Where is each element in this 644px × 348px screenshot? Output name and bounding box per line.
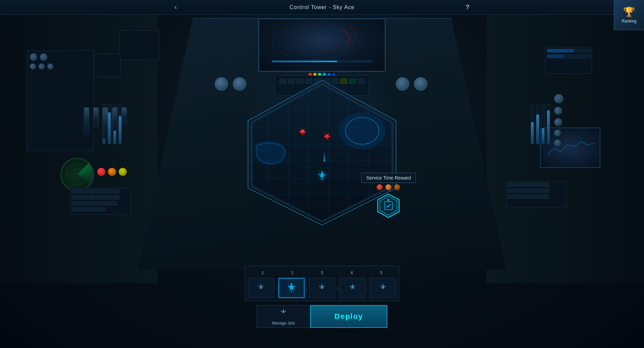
knob[interactable] — [554, 118, 562, 126]
red-button[interactable] — [97, 168, 105, 176]
slider[interactable] — [541, 104, 545, 144]
knob[interactable] — [554, 94, 564, 103]
key[interactable] — [72, 207, 105, 211]
enemy-plane-icon — [298, 126, 308, 136]
key[interactable] — [84, 195, 89, 199]
key[interactable] — [72, 195, 77, 199]
enemy-plane-2 — [322, 128, 332, 141]
key[interactable] — [84, 189, 89, 193]
knob[interactable] — [30, 53, 37, 61]
slider[interactable] — [536, 104, 539, 144]
svg-rect-3 — [547, 55, 564, 58]
slider[interactable] — [531, 104, 534, 144]
key[interactable] — [102, 189, 107, 193]
manage-jets-label: Manage Jets — [272, 321, 295, 326]
display-content — [545, 47, 592, 73]
big-dial[interactable] — [414, 77, 427, 91]
orange-button[interactable] — [108, 168, 116, 176]
radar-display — [60, 158, 94, 191]
squad-arrow: › — [336, 285, 338, 291]
slider[interactable] — [547, 104, 550, 144]
cylinder — [112, 107, 117, 131]
key[interactable] — [104, 201, 117, 205]
key[interactable] — [72, 201, 85, 205]
manage-jets-button[interactable]: Manage Jets — [257, 305, 310, 328]
monitor-map-svg — [259, 19, 385, 71]
key[interactable] — [526, 189, 531, 193]
key[interactable] — [86, 201, 91, 205]
squad-arrow: › — [367, 285, 369, 291]
squad-jets-row: › › › › — [248, 278, 396, 298]
jet-icon — [255, 282, 267, 294]
key[interactable] — [532, 183, 537, 187]
knob[interactable] — [39, 63, 45, 69]
ranking-button[interactable]: 🏆 Ranking — [614, 0, 644, 30]
svg-marker-50 — [290, 283, 293, 290]
squad-num-2: 2 — [279, 270, 306, 275]
cylinder — [103, 107, 108, 139]
knob[interactable] — [554, 140, 561, 146]
key[interactable] — [520, 189, 525, 193]
key[interactable] — [508, 195, 528, 199]
player-plane — [316, 170, 328, 185]
key[interactable] — [514, 183, 519, 187]
key-row — [507, 188, 567, 194]
squad-number-row: 1 2 3 4 5 — [248, 269, 396, 277]
key[interactable] — [98, 201, 103, 205]
reward-tooltip: Service Time Reward — [361, 173, 416, 219]
key[interactable] — [529, 195, 549, 199]
squad-selector: 1 2 3 4 5 › › — [245, 266, 399, 301]
key[interactable] — [544, 183, 549, 187]
key-row — [71, 188, 130, 194]
trophy-icon: 🏆 — [623, 6, 635, 17]
squad-jet-4[interactable] — [339, 278, 366, 298]
radar-ring — [71, 169, 83, 180]
knob[interactable] — [554, 107, 562, 115]
key[interactable] — [108, 195, 113, 199]
key[interactable] — [532, 189, 537, 193]
svg-marker-57 — [351, 283, 354, 289]
squad-jet-2[interactable] — [278, 278, 305, 298]
key[interactable] — [72, 189, 77, 193]
svg-point-29 — [339, 112, 386, 149]
yellow-button[interactable] — [119, 168, 127, 176]
key[interactable] — [102, 195, 107, 199]
knob[interactable] — [47, 63, 53, 69]
key[interactable] — [114, 189, 119, 193]
key[interactable] — [96, 195, 101, 199]
key[interactable] — [92, 201, 97, 205]
key[interactable] — [96, 189, 101, 193]
key[interactable] — [508, 189, 513, 193]
key[interactable] — [78, 195, 83, 199]
squad-jet-1[interactable] — [248, 278, 274, 298]
key[interactable] — [508, 183, 513, 187]
key[interactable] — [90, 195, 95, 199]
key[interactable] — [114, 195, 119, 199]
squad-jet-5[interactable] — [370, 278, 396, 298]
knob[interactable] — [554, 130, 561, 136]
key[interactable] — [78, 189, 83, 193]
ranking-label: Ranking — [622, 19, 636, 23]
key[interactable] — [538, 189, 543, 193]
key[interactable] — [526, 183, 531, 187]
key[interactable] — [544, 189, 549, 193]
reward-icon-container[interactable] — [361, 192, 416, 219]
key[interactable] — [538, 183, 543, 187]
key[interactable] — [90, 189, 95, 193]
deploy-button[interactable]: Deploy — [310, 305, 387, 328]
cylinder — [121, 107, 127, 124]
help-button[interactable]: ? — [466, 3, 470, 11]
squad-jet-3[interactable] — [309, 278, 335, 298]
back-button[interactable]: ‹ — [174, 3, 177, 12]
deploy-label: Deploy — [334, 312, 363, 321]
big-dial[interactable] — [215, 77, 228, 91]
orb-brown — [394, 184, 400, 190]
knob[interactable] — [40, 53, 47, 61]
key[interactable] — [520, 183, 525, 187]
svg-marker-47 — [260, 283, 262, 289]
right-keyboard-panel — [506, 181, 567, 208]
key[interactable] — [514, 189, 519, 193]
key[interactable] — [108, 189, 113, 193]
knob[interactable] — [30, 63, 36, 69]
squad-num-3: 3 — [309, 270, 335, 275]
